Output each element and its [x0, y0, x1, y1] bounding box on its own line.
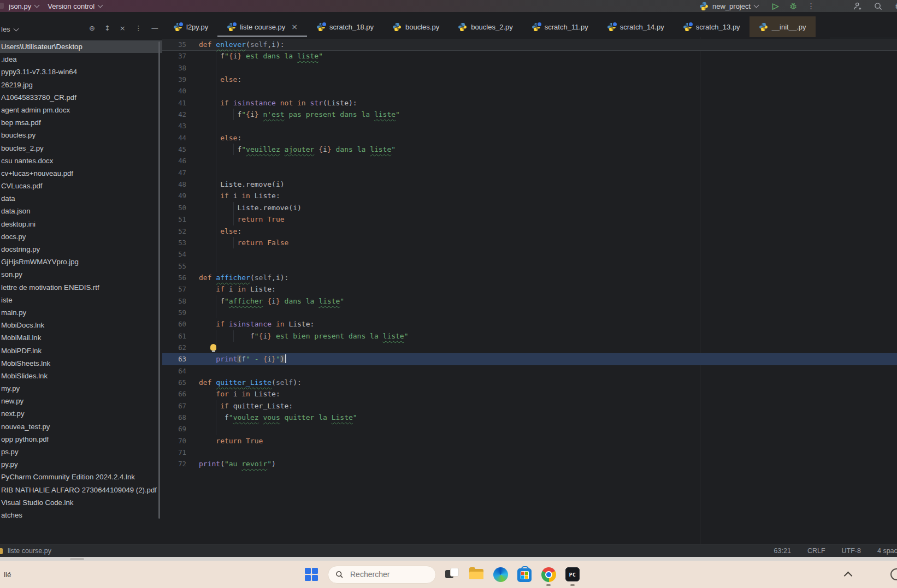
tree-item[interactable]: lettre de motivation ENEDIS.rtf	[0, 281, 162, 294]
code-line-49[interactable]: 49 if i in Liste:	[162, 190, 897, 201]
code-line-68[interactable]: 68 f"voulez vous quitter la Liste"	[162, 412, 897, 423]
tree-item[interactable]: MobiSheets.lnk	[0, 357, 162, 370]
tab-scratch_11-py[interactable]: scratch_11.py	[522, 16, 598, 37]
tree-item[interactable]: atches	[0, 509, 162, 521]
add-user-icon[interactable]	[853, 2, 863, 11]
search-everywhere-icon[interactable]	[874, 2, 883, 11]
code-line-52[interactable]: 52 else:	[162, 225, 897, 237]
collapse-all-icon[interactable]: ×	[120, 24, 126, 32]
line-separator[interactable]: CRLF	[807, 547, 825, 555]
tab-boucles_2-py[interactable]: boucles_2.py	[449, 16, 522, 37]
tree-item[interactable]: RIB NATHALIE ALFARO 2730644109049 (2).pd…	[0, 484, 162, 496]
tree-item[interactable]: desktop.ini	[0, 218, 162, 230]
tree-item[interactable]: MobiMail.lnk	[0, 331, 162, 344]
code-line-48[interactable]: 48 Liste.remove(i)	[162, 179, 897, 190]
code-line-69[interactable]: 69	[162, 423, 897, 435]
editor[interactable]: ⚠ 4 35def enlever(self,i):37 f"{i} est d…	[162, 37, 897, 544]
settings-gear-icon[interactable]: ⚙	[895, 1, 897, 11]
intention-bulb-icon[interactable]	[210, 344, 216, 351]
code-line-39[interactable]: 39 else:	[162, 74, 897, 85]
tree-item[interactable]: nouvea_test.py	[0, 420, 162, 433]
start-button[interactable]	[304, 567, 319, 582]
code-line-38[interactable]: 38	[162, 62, 897, 74]
code-line-62[interactable]: 62	[162, 342, 897, 353]
tree-item[interactable]: MobiPDF.lnk	[0, 345, 162, 357]
tab-liste-course-py[interactable]: liste course.py×	[217, 16, 307, 37]
tab-scratch_18-py[interactable]: scratch_18.py	[307, 16, 383, 37]
tray-icon-partial[interactable]	[890, 568, 897, 580]
code-line-54[interactable]: 54	[162, 248, 897, 260]
tree-item[interactable]: main.py	[0, 306, 162, 319]
indent-style[interactable]: 4 spaces	[877, 547, 897, 555]
tree-item[interactable]: data.json	[0, 205, 162, 217]
code-line-64[interactable]: 64	[162, 365, 897, 377]
tree-item[interactable]: .idea	[0, 53, 162, 66]
code-line-50[interactable]: 50 Liste.remove(i)	[162, 202, 897, 213]
code-line-57[interactable]: 57 if i in Liste:	[162, 283, 897, 295]
project-selector[interactable]: new_project	[712, 2, 751, 10]
tree-item[interactable]: csu nantes.docx	[0, 155, 162, 167]
tree-item[interactable]: boucles.py	[0, 129, 162, 141]
tree-item[interactable]: boucles_2.py	[0, 142, 162, 155]
code-line-61[interactable]: 61 f"{i} est bien present dans la liste"	[162, 330, 897, 342]
tree-item[interactable]: agent admin pm.docx	[0, 104, 162, 116]
tab-scratch_13-py[interactable]: scratch_13.py	[674, 16, 750, 37]
caret-position[interactable]: 63:21	[774, 547, 791, 555]
debug-button[interactable]	[789, 2, 798, 10]
hide-panel-icon[interactable]: —	[151, 24, 158, 32]
code-line-44[interactable]: 44 else:	[162, 132, 897, 144]
code-line-56[interactable]: 56def afficher(self,i):	[162, 272, 897, 283]
tree-item[interactable]: MobiDocs.lnk	[0, 319, 162, 331]
search-input[interactable]	[349, 569, 422, 579]
tree-item[interactable]: Users\Utilisateur\Desktop	[0, 40, 162, 53]
menu-item-version-control[interactable]: Version control	[48, 2, 102, 10]
file-explorer-icon[interactable]	[469, 567, 484, 582]
code-line-60[interactable]: 60 if isinstance in Liste:	[162, 318, 897, 330]
menu-item-json-py[interactable]: json.py	[9, 2, 39, 10]
tree-item[interactable]: PyCharm Community Edition 2024.2.4.lnk	[0, 471, 162, 483]
tree-item[interactable]: pypy3.11-v7.3.18-win64	[0, 66, 162, 78]
tree-item[interactable]: docs.py	[0, 230, 162, 243]
code-line-71[interactable]: 71	[162, 447, 897, 458]
code-line-46[interactable]: 46	[162, 155, 897, 167]
tab-boucles-py[interactable]: boucles.py	[383, 16, 449, 37]
tree-scrollbar[interactable]	[158, 41, 160, 519]
code-line-59[interactable]: 59	[162, 307, 897, 318]
code-line-45[interactable]: 45 f"veuillez ajouter {i} dans la liste"	[162, 144, 897, 155]
task-view-icon[interactable]	[445, 567, 460, 582]
tab-l2py-py[interactable]: l2py.py	[164, 16, 217, 37]
code-line-53[interactable]: 53 return False	[162, 237, 897, 248]
tree-item[interactable]: bep msa.pdf	[0, 116, 162, 129]
tree-item[interactable]: new.py	[0, 395, 162, 407]
run-button[interactable]: ▷	[772, 1, 779, 11]
code-line-67[interactable]: 67 if quitter_Liste:	[162, 400, 897, 412]
widgets-weather-label[interactable]: llé	[4, 561, 11, 588]
tree-item[interactable]: my.py	[0, 382, 162, 395]
edge-browser-icon[interactable]	[493, 567, 508, 582]
code-line-65[interactable]: 65def quitter_Liste(self):	[162, 377, 897, 388]
tray-chevron-up-icon[interactable]	[844, 572, 853, 580]
tab-__init__-py[interactable]: __init__.py	[750, 16, 816, 37]
tree-item[interactable]: next.py	[0, 407, 162, 420]
pycharm-taskbar-icon[interactable]: PC	[565, 567, 580, 582]
code-line-51[interactable]: 51 return True	[162, 213, 897, 225]
tree-item[interactable]: 26219.jpg	[0, 79, 162, 91]
tree-item[interactable]: A10645833780_CR.pdf	[0, 91, 162, 104]
tab-scratch_14-py[interactable]: scratch_14.py	[598, 16, 674, 37]
chrome-icon[interactable]	[541, 567, 556, 582]
tree-item[interactable]: iste	[0, 294, 162, 306]
code-area[interactable]: 35def enlever(self,i):37 f"{i} est dans …	[162, 39, 897, 470]
statusbar-filename[interactable]: liste course.py	[8, 547, 51, 555]
tree-item[interactable]: GjHjsRmWMAYVpro.jpg	[0, 256, 162, 268]
code-line-58[interactable]: 58 f"afficher {i} dans la liste"	[162, 295, 897, 307]
code-line-47[interactable]: 47	[162, 167, 897, 179]
code-line-55[interactable]: 55	[162, 260, 897, 272]
code-line-35[interactable]: 35def enlever(self,i):	[162, 39, 897, 50]
tree-item[interactable]: data	[0, 192, 162, 205]
close-tab-icon[interactable]: ×	[291, 22, 298, 31]
code-line-70[interactable]: 70 return True	[162, 435, 897, 447]
code-line-43[interactable]: 43	[162, 120, 897, 132]
taskbar-search[interactable]	[328, 566, 436, 584]
tree-item[interactable]: docstring.py	[0, 243, 162, 256]
code-line-66[interactable]: 66 for i in Liste:	[162, 388, 897, 400]
